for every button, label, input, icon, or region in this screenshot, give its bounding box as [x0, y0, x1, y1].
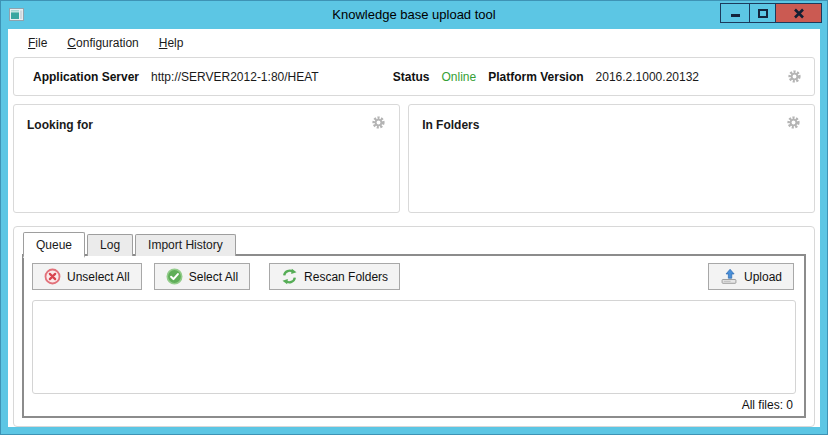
platform-version-value: 2016.2.1000.20132	[596, 70, 699, 84]
tab-strip: Queue Log Import History	[22, 232, 806, 256]
blue-upload-arrow-icon	[720, 268, 738, 285]
close-button[interactable]	[775, 3, 822, 23]
upload-button[interactable]: Upload	[708, 263, 794, 290]
minimize-button[interactable]	[720, 3, 750, 23]
application-server-label: Application Server	[33, 70, 139, 84]
green-circle-check-icon	[166, 268, 183, 285]
menu-help[interactable]: Help	[149, 32, 194, 54]
in-folders-settings-button[interactable]	[786, 115, 801, 130]
close-icon	[793, 8, 805, 19]
menu-file[interactable]: File	[18, 32, 57, 54]
queue-toolbar: Unselect All Select All	[32, 263, 796, 290]
platform-version-label: Platform Version	[488, 70, 583, 84]
tab-group: Queue Log Import History Unselect All	[13, 226, 815, 427]
in-folders-panel: In Folders	[408, 104, 815, 213]
tab-log[interactable]: Log	[87, 234, 133, 256]
filter-panels: Looking for In Folders	[13, 104, 815, 213]
gear-icon	[787, 69, 802, 84]
client-area: File Configuration Help Application Serv…	[8, 29, 820, 427]
maximize-button[interactable]	[749, 3, 776, 23]
unselect-all-button[interactable]: Unselect All	[32, 263, 142, 290]
looking-for-title: Looking for	[27, 115, 93, 132]
red-circle-cross-icon	[44, 268, 61, 285]
window-title: Knowledge base upload tool	[1, 7, 827, 22]
app-window: Knowledge base upload tool File Configur…	[0, 0, 828, 435]
looking-for-settings-button[interactable]	[371, 115, 386, 130]
server-settings-button[interactable]	[787, 69, 802, 84]
rescan-folders-button[interactable]: Rescan Folders	[269, 263, 400, 290]
green-sync-arrows-icon	[281, 268, 298, 285]
gear-icon	[786, 115, 801, 130]
file-queue-list[interactable]	[32, 300, 796, 394]
server-info-bar: Application Server http://SERVER2012-1:8…	[13, 57, 815, 96]
minimize-icon	[730, 8, 741, 18]
application-server-value: http://SERVER2012-1:80/HEAT	[151, 70, 319, 84]
all-files-counter: All files: 0	[32, 394, 796, 412]
gear-icon	[371, 115, 386, 130]
menu-configuration[interactable]: Configuration	[57, 32, 148, 54]
status-group: Status Online Platform Version 2016.2.10…	[393, 70, 699, 84]
title-bar: Knowledge base upload tool	[1, 1, 827, 29]
status-label: Status	[393, 70, 430, 84]
maximize-icon	[757, 8, 769, 19]
in-folders-title: In Folders	[422, 115, 479, 132]
looking-for-panel: Looking for	[13, 104, 400, 213]
status-value: Online	[442, 70, 477, 84]
menu-bar: File Configuration Help	[8, 29, 820, 56]
tab-import-history[interactable]: Import History	[135, 234, 236, 256]
window-controls	[720, 3, 822, 23]
select-all-button[interactable]: Select All	[154, 263, 250, 290]
tab-queue[interactable]: Queue	[23, 232, 85, 258]
queue-tab-page: Unselect All Select All	[22, 254, 806, 418]
